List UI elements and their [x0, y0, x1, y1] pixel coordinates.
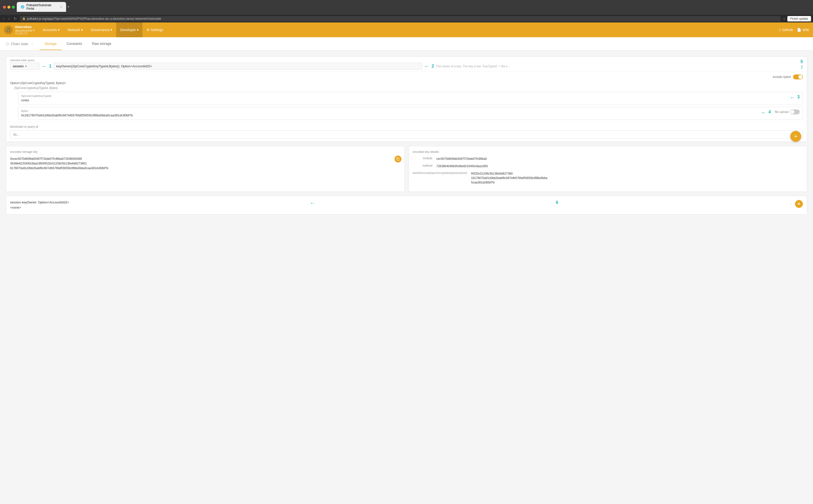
- tab-title: Polkadot/Substrate Portal: [26, 3, 58, 10]
- method-detail-value: 726380404683fc89e8233450c8aa1950: [436, 164, 488, 168]
- refresh-button[interactable]: ↻: [13, 16, 18, 21]
- twox-detail-value: f4520c01208c5b136e6d627380 18178070a91d3…: [471, 171, 547, 185]
- wiki-link[interactable]: 📄 Wiki: [797, 28, 809, 32]
- bytes-label: Bytes: [21, 109, 759, 112]
- finish-update-button[interactable]: Finish update: [787, 16, 811, 21]
- method-detail-row: method 726380404683fc89e8233450c8aa1950: [413, 164, 803, 168]
- back-button[interactable]: ‹: [2, 16, 5, 21]
- annotation-num-1: 1: [49, 64, 52, 69]
- window-control-minimize[interactable]: [7, 6, 10, 9]
- nav-item-accounts[interactable]: Accounts ▾: [39, 22, 64, 37]
- annotation-arrow-2: ←: [424, 63, 430, 70]
- file-upload-toggle[interactable]: [790, 109, 800, 114]
- result-value: <none>: [10, 205, 69, 210]
- browser-tab-active[interactable]: 🌐 Polkadot/Substrate Portal ✕: [17, 2, 66, 12]
- chevron-down-icon: ▾: [58, 28, 60, 32]
- include-option-label: include option: [773, 75, 791, 79]
- blockhash-input[interactable]: [10, 130, 803, 139]
- brand-name: Dancebox: [15, 25, 35, 29]
- method-text: keyOwner((SpCoreCryptoKeyTypeId,Bytes)):…: [56, 64, 152, 68]
- module-dropdown-icon: ▾: [25, 64, 27, 68]
- url-text: polkadot.js.org/apps/?rpc=wss%3A%2F%2Ffr…: [27, 17, 161, 20]
- annotation-num-3: 3: [797, 94, 800, 100]
- module-text: session: [13, 64, 24, 68]
- annotation-num-6: 6: [556, 200, 558, 205]
- annotation-arrow-5: ↑: [800, 64, 803, 71]
- bookmark-icon[interactable]: ☆: [783, 17, 786, 21]
- tuple-label: (SpCoreCryptoKeyTypeId, Bytes): [14, 86, 803, 90]
- annotation-num-4: 4: [768, 109, 771, 115]
- nav-right: ⑄ GitHub 📄 Wiki: [779, 28, 809, 32]
- github-link[interactable]: ⑄ GitHub: [779, 28, 793, 32]
- nav-item-network[interactable]: Network ▾: [64, 22, 87, 37]
- brand-section[interactable]: 🎵 Dancebox dancebox/500 ▾ #1,510,171: [4, 25, 35, 35]
- annotation-arrow-1: ←: [42, 63, 47, 70]
- twox-detail-label: twox64concat((spcorecryptokeytypeid,byte…: [413, 171, 467, 185]
- annotation-num-2: 2: [432, 64, 434, 69]
- lock-icon: 🔒: [22, 17, 26, 20]
- chevron-down-icon: ▾: [33, 29, 35, 32]
- params-section: include option Option<(SpCoreCryptoKeyTy…: [6, 72, 807, 142]
- tab-close-icon[interactable]: ✕: [60, 6, 62, 8]
- chevron-down-icon: ▾: [137, 28, 139, 32]
- chevron-down-icon: ▾: [110, 28, 112, 32]
- module-detail-row: module cec5070d609dd3497f72bde07fc96ba0: [413, 157, 803, 161]
- encoded-key-card: encoded storage key 0xcec5070d609dd3497f…: [6, 146, 405, 192]
- sub-nav-tabs: Storage Constants Raw storage: [40, 38, 116, 50]
- result-key: session.keyOwner: Option<AccountId32>: [10, 200, 69, 205]
- window-control-maximize[interactable]: [12, 6, 15, 9]
- encoded-key-title: encoded storage key: [10, 150, 400, 154]
- tab-storage[interactable]: Storage: [40, 38, 62, 50]
- query-hint: The owner of a key. The key is the `KeyT…: [436, 65, 799, 68]
- brand-sub: dancebox/500 ▾: [15, 29, 35, 32]
- method-detail-label: method: [413, 164, 433, 168]
- sub-navigation: ⬡ Chain state › Storage Constants Raw st…: [0, 37, 813, 51]
- forward-button[interactable]: ›: [7, 16, 10, 21]
- annotation-arrow-6: ←: [310, 200, 315, 206]
- method-selector[interactable]: keyOwner((SpCoreCryptoKeyTypeId,Bytes)):…: [54, 63, 422, 70]
- key-details-title: encoded key details: [413, 150, 803, 154]
- brand-info: Dancebox dancebox/500 ▾ #1,510,171: [15, 25, 35, 35]
- chain-state-icon: ⬡: [6, 42, 9, 46]
- nav-item-developer[interactable]: Developer ▾: [116, 22, 143, 37]
- module-detail-label: module: [413, 157, 433, 161]
- top-navigation: 🎵 Dancebox dancebox/500 ▾ #1,510,171 Acc…: [0, 22, 813, 37]
- brand-logo: 🎵: [4, 25, 13, 34]
- chain-state-nav-item[interactable]: ⬡ Chain state ›: [6, 37, 34, 50]
- bottom-result: session.keyOwner: Option<AccountId32> <n…: [6, 196, 807, 215]
- address-bar[interactable]: 🔒 polkadot.js.org/apps/?rpc=wss%3A%2F%2F…: [20, 16, 781, 21]
- module-detail-value: cec5070d609dd3497f72bde07fc96ba0: [436, 157, 487, 161]
- annotation-arrow-3: ←: [790, 94, 795, 101]
- sp-type-label: SpCoreCryptoKeyTypeId: [21, 94, 51, 97]
- close-result-button[interactable]: ✕: [795, 200, 803, 208]
- tab-constants[interactable]: Constants: [62, 38, 87, 50]
- encoded-key-value: 0xcec5070d609dd3497f72bde07fc96ba0726380…: [10, 157, 400, 171]
- window-control-close[interactable]: [3, 6, 6, 9]
- annotation-arrow-4: ←: [761, 109, 766, 116]
- bytes-value[interactable]: 0x18178070a91d3bb2babf6c667efb576faf5565…: [21, 113, 759, 117]
- file-upload-label: file upload: [775, 110, 788, 114]
- copy-encoded-key-button[interactable]: [395, 156, 401, 162]
- sp-type-value[interactable]: nmbs: [21, 98, 51, 102]
- selected-state-label: selected state query: [10, 59, 803, 62]
- toggle-thumb: [790, 110, 794, 114]
- nav-items: Accounts ▾ Network ▾ Governance ▾ Develo…: [39, 22, 779, 37]
- module-selector[interactable]: session ▾: [10, 63, 40, 70]
- results-grid: encoded storage key 0xcec5070d609dd3497f…: [6, 146, 807, 192]
- add-query-button[interactable]: +: [790, 131, 801, 142]
- wiki-icon: 📄: [797, 28, 801, 32]
- add-button-container: 5 ↑ +: [796, 59, 807, 83]
- key-details-table: module cec5070d609dd3497f72bde07fc96ba0 …: [413, 157, 803, 185]
- breadcrumb-divider: ›: [31, 41, 33, 46]
- nav-item-governance[interactable]: Governance ▾: [87, 22, 116, 37]
- brand-block: #1,510,171: [15, 32, 35, 35]
- new-tab-button[interactable]: +: [67, 4, 70, 10]
- query-section: selected state query session ▾ ← 1 keyOw…: [6, 56, 807, 142]
- chevron-down-icon: ▾: [81, 28, 83, 32]
- option-label: Option<(SpCoreCryptoKeyTypeId, Bytes)>: [10, 81, 803, 85]
- twox-detail-row: twox64concat((spcorecryptokeytypeid,byte…: [413, 171, 803, 185]
- nav-item-settings[interactable]: ⚙ Settings: [143, 22, 167, 37]
- result-text: session.keyOwner: Option<AccountId32> <n…: [10, 200, 69, 210]
- chain-state-label: Chain state: [11, 42, 28, 46]
- tab-raw-storage[interactable]: Raw storage: [87, 38, 116, 50]
